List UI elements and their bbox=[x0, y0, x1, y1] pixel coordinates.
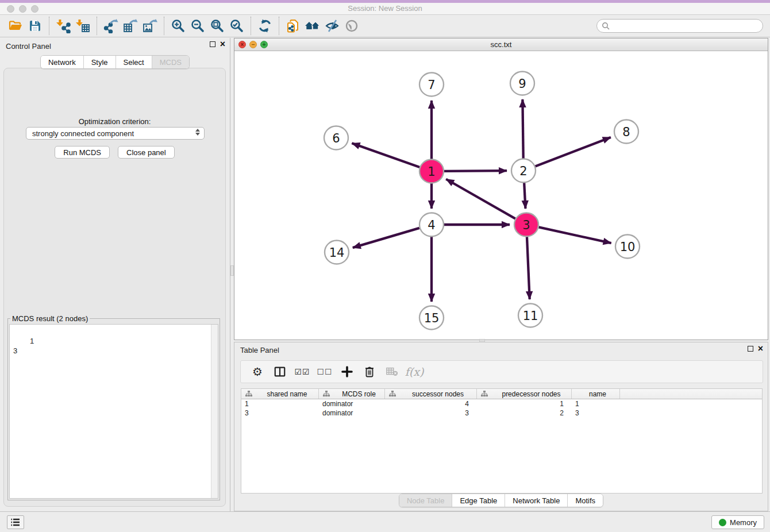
show-columns-button[interactable] bbox=[273, 365, 287, 379]
search-field[interactable] bbox=[596, 19, 763, 33]
graph-node-3[interactable]: 3 bbox=[514, 213, 538, 237]
graph-edge-2-8[interactable] bbox=[536, 137, 611, 167]
graph-node-7[interactable]: 7 bbox=[419, 73, 444, 97]
table-row[interactable]: 3dominator323 bbox=[241, 408, 762, 418]
criterion-select[interactable]: strongly connected component bbox=[26, 127, 205, 140]
close-panel-button[interactable]: Close panel bbox=[118, 146, 175, 159]
float-panel-icon[interactable] bbox=[210, 41, 215, 47]
delete-column-button[interactable] bbox=[363, 365, 376, 379]
copy-network-icon bbox=[286, 18, 301, 33]
graph-edge-3-11[interactable] bbox=[527, 237, 530, 299]
import-table-button[interactable] bbox=[73, 17, 93, 35]
tab-network-table[interactable]: Network Table bbox=[505, 494, 568, 507]
gear-icon: ⚙ bbox=[252, 365, 263, 379]
network-window-titlebar[interactable]: × – + scc.txt bbox=[234, 38, 768, 51]
mcds-panel-body: Optimization criterion: strongly connect… bbox=[3, 68, 226, 507]
select-all-rows-button[interactable]: ☑☑ bbox=[295, 365, 309, 379]
graph-edge-3-10[interactable] bbox=[539, 227, 611, 243]
graph-node-14[interactable]: 14 bbox=[325, 241, 349, 264]
tab-style[interactable]: Style bbox=[84, 56, 116, 68]
table-cell: 3 bbox=[385, 409, 477, 417]
tab-motifs[interactable]: Motifs bbox=[568, 494, 603, 507]
mcds-result-title: MCDS result (2 nodes) bbox=[10, 314, 90, 323]
table-row[interactable]: 1dominator411 bbox=[241, 399, 762, 408]
tab-mcds[interactable]: MCDS bbox=[152, 56, 189, 68]
show-all-panels-button[interactable] bbox=[303, 17, 322, 35]
zoom-selected-button[interactable] bbox=[227, 17, 247, 35]
network-window-title: scc.txt bbox=[234, 40, 768, 49]
app-titlebar: Session: New Session bbox=[0, 3, 770, 15]
toolbar-separator bbox=[279, 17, 279, 35]
tab-node-table[interactable]: Node Table bbox=[399, 494, 453, 507]
table-cell: dominator bbox=[319, 409, 385, 417]
save-session-button[interactable] bbox=[25, 17, 45, 35]
export-image-button[interactable] bbox=[140, 17, 160, 35]
window-title: Session: New Session bbox=[0, 4, 770, 13]
memory-status-icon bbox=[719, 519, 726, 526]
graph-node-4[interactable]: 4 bbox=[419, 213, 444, 237]
table-cell: 3 bbox=[241, 409, 319, 417]
toolbar-separator bbox=[97, 17, 97, 35]
mcds-result-group: MCDS result (2 nodes) 1 3 bbox=[7, 314, 220, 500]
export-image-icon bbox=[143, 18, 157, 33]
memory-label: Memory bbox=[730, 518, 757, 527]
plus-icon bbox=[341, 366, 353, 377]
hide-panels-button[interactable] bbox=[322, 17, 342, 35]
export-table-button[interactable] bbox=[121, 17, 140, 35]
graph-node-15[interactable]: 15 bbox=[419, 306, 444, 330]
search-input[interactable] bbox=[613, 22, 756, 30]
task-history-button[interactable] bbox=[7, 515, 24, 529]
run-mcds-button[interactable]: Run MCDS bbox=[55, 146, 110, 159]
graph-node-10[interactable]: 10 bbox=[615, 235, 640, 259]
mcds-result-list[interactable]: 1 3 bbox=[9, 324, 218, 499]
graph-node-2[interactable]: 2 bbox=[511, 159, 536, 183]
graph-edge-4-14[interactable] bbox=[353, 228, 419, 248]
table-settings-button[interactable]: ⚙ bbox=[251, 365, 264, 379]
graph-node-6[interactable]: 6 bbox=[324, 126, 348, 150]
table-cell: 4 bbox=[385, 400, 477, 408]
hierarchy-icon bbox=[323, 391, 330, 397]
zoom-out-button[interactable] bbox=[188, 17, 207, 35]
node-table: shared name MCDS role successor nodes pr… bbox=[241, 388, 763, 494]
column-header-successor-nodes[interactable]: successor nodes bbox=[385, 389, 477, 399]
criterion-selected-value: strongly connected component bbox=[32, 129, 134, 138]
svg-text:6: 6 bbox=[332, 132, 340, 145]
zoom-in-button[interactable] bbox=[168, 17, 188, 35]
table-body: 1dominator4113dominator323 bbox=[241, 399, 762, 418]
graph-node-8[interactable]: 8 bbox=[614, 120, 638, 144]
float-table-panel-icon[interactable] bbox=[748, 346, 753, 352]
apply-layout-button[interactable] bbox=[255, 17, 275, 35]
tab-select[interactable]: Select bbox=[116, 56, 152, 68]
unchecked-boxes-icon: ☐☐ bbox=[317, 367, 332, 376]
graph-node-9[interactable]: 9 bbox=[510, 72, 534, 95]
column-header-shared-name[interactable]: shared name bbox=[241, 389, 319, 399]
add-column-button[interactable] bbox=[340, 365, 354, 379]
zoom-out-icon bbox=[190, 18, 205, 33]
tab-edge-table[interactable]: Edge Table bbox=[452, 494, 505, 507]
delete-table-icon bbox=[386, 366, 398, 377]
graph-edge-2-3[interactable] bbox=[524, 183, 525, 209]
table-cell: 1 bbox=[477, 400, 572, 408]
graph-node-11[interactable]: 11 bbox=[518, 304, 542, 327]
graph-edge-3-1[interactable] bbox=[446, 179, 515, 219]
graph-node-1[interactable]: 1 bbox=[419, 160, 444, 183]
column-header-predecessor-nodes[interactable]: predecessor nodes bbox=[477, 389, 572, 399]
network-graph-canvas[interactable]: 7968124314101511 bbox=[234, 51, 768, 340]
deselect-all-rows-button[interactable]: ☐☐ bbox=[318, 365, 332, 379]
graph-edge-1-2[interactable] bbox=[444, 171, 507, 171]
close-table-panel-icon[interactable]: × bbox=[758, 346, 763, 352]
memory-button[interactable]: Memory bbox=[711, 515, 764, 529]
import-network-button[interactable] bbox=[53, 17, 73, 35]
open-session-button[interactable] bbox=[6, 17, 25, 35]
close-panel-icon[interactable]: × bbox=[220, 41, 225, 47]
column-header-name[interactable]: name bbox=[572, 389, 620, 399]
graph-edge-2-9[interactable] bbox=[522, 99, 523, 159]
column-header-mcds-role[interactable]: MCDS role bbox=[319, 389, 385, 399]
graph-edge-1-6[interactable] bbox=[352, 143, 419, 167]
clone-network-button[interactable] bbox=[283, 17, 303, 35]
result-scrollbar[interactable] bbox=[211, 325, 218, 498]
tab-network[interactable]: Network bbox=[41, 56, 84, 68]
export-network-button[interactable] bbox=[101, 17, 121, 35]
toggle-birds-eye-button[interactable] bbox=[342, 17, 361, 35]
zoom-fit-button[interactable] bbox=[207, 17, 227, 35]
